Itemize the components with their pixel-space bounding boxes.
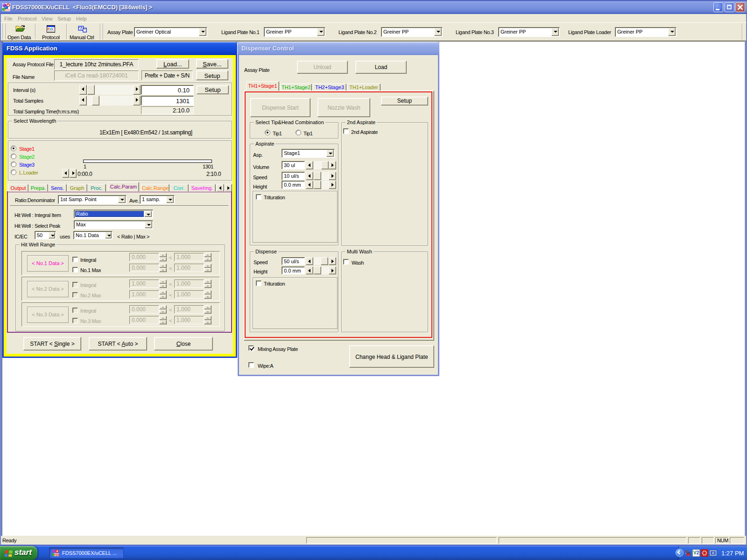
svg-text:FDSS: FDSS <box>4 8 10 11</box>
svg-text:FDSS: FDSS <box>54 553 59 556</box>
